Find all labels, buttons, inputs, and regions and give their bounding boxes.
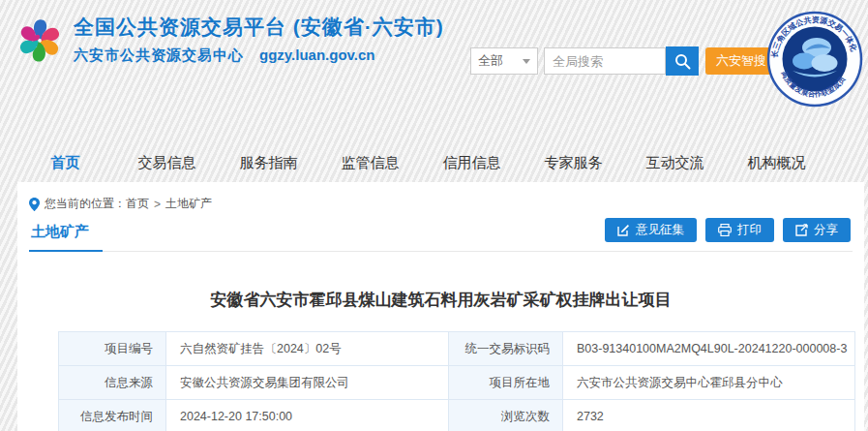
nav-item-trade-info[interactable]: 交易信息 [116,147,218,178]
table-row: 信息来源 安徽公共资源交易集团有限公司 项目所在地 六安市公共资源交易中心霍邱县… [59,366,855,400]
site-subtitle-row: 六安市公共资源交易中心ggzy.luan.gov.cn [74,46,444,65]
nav-item-interaction[interactable]: 互动交流 [624,147,726,178]
site-url: ggzy.luan.gov.cn [259,46,374,63]
search-category-value: 全部 [478,52,503,70]
search-icon [674,53,691,70]
breadcrumb-home-link[interactable]: 首页 [126,196,149,212]
nav-item-service-guide[interactable]: 服务指南 [218,147,319,178]
breadcrumb-current-link[interactable]: 土地矿产 [165,196,212,212]
info-label: 项目编号 [59,332,166,366]
search-button[interactable] [666,46,699,76]
breadcrumb-separator: > [154,198,161,211]
tab-bar: 土地矿产 意见征集 打印 [29,218,853,252]
info-table: 项目编号 六自然资矿挂告〔2024〕02号 统一交易标识码 B03-913401… [58,331,855,431]
info-value: 2024-12-20 17:50:00 [166,400,449,431]
site-title: 全国公共资源交易平台 (安徽省·六安市) [74,14,444,41]
nav-item-credit-info[interactable]: 信用信息 [421,147,523,178]
nav-item-organization[interactable]: 机构概况 [726,147,827,178]
table-row: 项目编号 六自然资矿挂告〔2024〕02号 统一交易标识码 B03-913401… [59,332,855,366]
info-label: 信息发布时间 [59,400,166,431]
main-nav: 首页 交易信息 服务指南 监管信息 信用信息 专家服务 互动交流 机构概况 [15,147,827,178]
nav-item-home[interactable]: 首页 [15,147,116,178]
breadcrumb: 您当前的位置： 首页 > 土地矿产 [17,182,864,212]
site-subtitle: 六安市公共资源交易中心 [74,46,244,63]
info-value: 2732 [563,400,855,431]
brand[interactable]: 全国公共资源交易平台 (安徽省·六安市) 六安市公共资源交易中心ggzy.lua… [14,12,444,68]
edit-pencil-icon [617,224,630,236]
printer-icon [718,224,732,236]
breadcrumb-prefix: 您当前的位置： [45,196,126,212]
info-label: 统一交易标识码 [449,332,563,366]
search-bar: 全部 六安智搜 [470,46,777,76]
feedback-button[interactable]: 意见征集 [605,218,697,242]
content-panel: 您当前的位置： 首页 > 土地矿产 土地矿产 意见征集 打印 [17,182,864,431]
info-label: 信息来源 [59,366,166,400]
tab-land-mineral[interactable]: 土地矿产 [29,223,103,252]
share-button[interactable]: 分享 [783,218,851,242]
print-button[interactable]: 打印 [705,218,774,242]
chevron-down-icon [523,59,530,64]
info-value: 六安市公共资源交易中心霍邱县分中心 [563,366,855,400]
alliance-emblem-badge: 长三角区域公共资源交易一体化 高质量发展合作联盟成员 [766,4,863,112]
info-value: 六自然资矿挂告〔2024〕02号 [166,332,449,366]
share-icon [795,224,808,236]
action-buttons: 意见征集 打印 分享 [605,218,851,242]
info-value: B03-91340100MA2MQ4L90L-20241220-000008-3 [563,332,855,366]
share-button-label: 分享 [814,222,838,238]
info-label: 浏览次数 [449,400,563,431]
info-value: 安徽公共资源交易集团有限公司 [166,366,449,400]
print-button-label: 打印 [737,222,762,238]
article-title: 安徽省六安市霍邱县煤山建筑石料用灰岩矿采矿权挂牌出让项目 [37,289,845,311]
nav-item-expert-service[interactable]: 专家服务 [523,147,624,178]
location-pin-icon [29,198,40,211]
feedback-button-label: 意见征集 [636,222,684,238]
search-category-select[interactable]: 全部 [470,47,538,75]
nav-item-supervision-info[interactable]: 监管信息 [319,147,421,178]
brand-text: 全国公共资源交易平台 (安徽省·六安市) 六安市公共资源交易中心ggzy.lua… [74,12,444,65]
search-input[interactable] [544,47,666,75]
table-row: 信息发布时间 2024-12-20 17:50:00 浏览次数 2732 [59,400,855,431]
info-label: 项目所在地 [449,366,563,400]
site-logo-flower-icon [14,12,66,68]
